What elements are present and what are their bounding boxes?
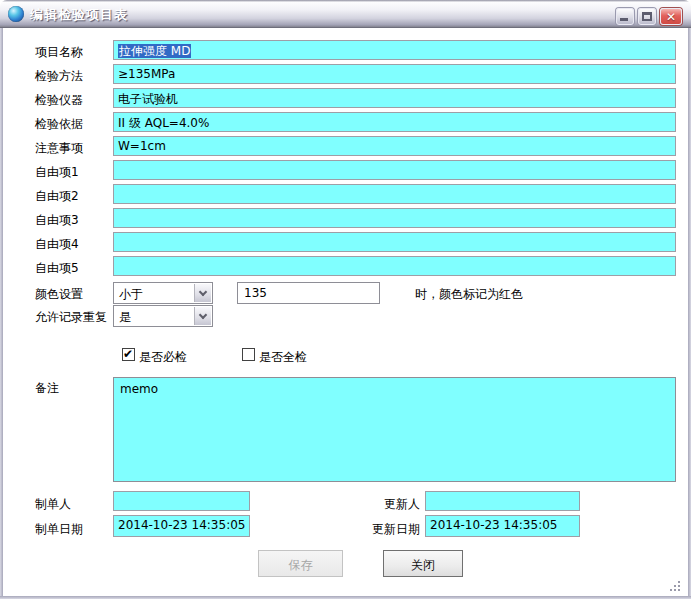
update-date-field[interactable]: 2014-10-23 14:35:05 [425, 515, 580, 537]
create-date-label: 制单日期 [35, 521, 83, 538]
free-item4-label: 自由项4 [35, 236, 79, 253]
color-threshold-input[interactable]: 135 [237, 282, 380, 304]
create-date-field[interactable]: 2014-10-23 14:35:05 [113, 515, 250, 537]
save-button[interactable]: 保存 [258, 550, 343, 577]
full-inspect-checkbox[interactable] [242, 348, 255, 361]
precautions-field[interactable]: W=1cm [113, 136, 676, 156]
update-date-label: 更新日期 [358, 521, 420, 538]
window-border-left [0, 28, 3, 599]
app-globe-icon [8, 6, 24, 22]
window-title: 编辑检验项目表 [30, 6, 128, 24]
minimize-icon [620, 18, 628, 21]
free-item2-field[interactable] [113, 184, 676, 204]
inspect-instrument-label: 检验仪器 [35, 92, 83, 109]
selected-text: 拉伸强度 MD [118, 44, 191, 58]
title-bar[interactable]: 编辑检验项目表 ✕ [0, 0, 691, 28]
free-item4-field[interactable] [113, 232, 676, 252]
close-dialog-button[interactable]: 关闭 [383, 550, 463, 577]
creator-field[interactable] [113, 491, 250, 511]
inspect-instrument-field[interactable]: 电子试验机 [113, 88, 676, 108]
inspect-basis-field[interactable]: II 级 AQL=4.0% [113, 112, 676, 132]
creator-label: 制单人 [35, 496, 71, 513]
inspect-method-field[interactable]: ≥135MPa [113, 64, 676, 84]
color-operator-select[interactable]: 小于 [113, 282, 213, 304]
color-setting-suffix: 时，颜色标记为红色 [415, 286, 523, 303]
free-item2-label: 自由项2 [35, 188, 79, 205]
must-inspect-checkbox[interactable] [122, 348, 135, 361]
dialog-window: 编辑检验项目表 ✕ 项目名称 拉伸强度 MD 检验方法 ≥135MPa 检验仪器… [0, 0, 691, 599]
free-item1-label: 自由项1 [35, 164, 79, 181]
full-inspect-label[interactable]: 是否全检 [259, 349, 307, 366]
must-inspect-label[interactable]: 是否必检 [139, 349, 187, 366]
close-icon: ✕ [661, 10, 681, 24]
updater-label: 更新人 [358, 496, 420, 513]
close-button[interactable]: ✕ [660, 8, 682, 25]
item-name-field[interactable]: 拉伸强度 MD [113, 40, 676, 60]
memo-label: 备注 [35, 380, 59, 397]
free-item3-label: 自由项3 [35, 212, 79, 229]
item-name-label: 项目名称 [35, 44, 83, 61]
free-item1-field[interactable] [113, 160, 676, 180]
updater-field[interactable] [425, 491, 580, 511]
maximize-icon [642, 12, 652, 21]
allow-duplicate-select[interactable]: 是 [113, 305, 213, 327]
allow-duplicate-value: 是 [119, 310, 131, 324]
maximize-button[interactable] [638, 8, 656, 25]
minimize-button[interactable] [616, 8, 634, 25]
memo-textarea[interactable]: memo [113, 377, 676, 482]
free-item3-field[interactable] [113, 208, 676, 228]
color-operator-value: 小于 [119, 287, 143, 301]
resize-grip[interactable] [670, 580, 682, 592]
allow-duplicate-label: 允许记录重复 [35, 309, 107, 326]
free-item5-label: 自由项5 [35, 260, 79, 277]
inspect-method-label: 检验方法 [35, 68, 83, 85]
free-item5-field[interactable] [113, 256, 676, 276]
inspect-basis-label: 检验依据 [35, 116, 83, 133]
color-setting-label: 颜色设置 [35, 286, 83, 303]
precautions-label: 注意事项 [35, 140, 83, 157]
chevron-down-icon[interactable] [194, 307, 211, 325]
chevron-down-icon[interactable] [194, 284, 211, 302]
